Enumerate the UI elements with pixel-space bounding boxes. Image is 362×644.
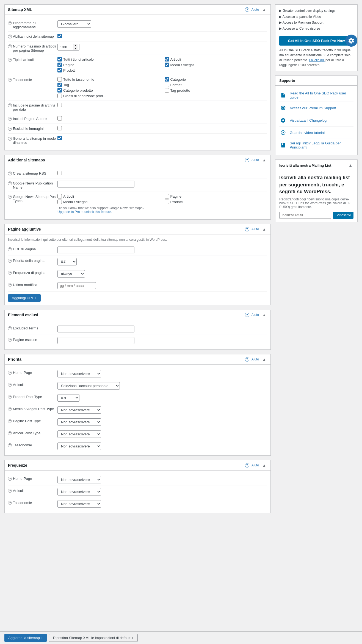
url-pagina-input[interactable]: [57, 247, 134, 253]
help-icon-p-prod[interactable]: ?: [8, 395, 12, 399]
help-icon-rss[interactable]: ?: [8, 172, 12, 175]
priorita-pagine-select[interactable]: Non sovrascrivere: [57, 418, 101, 426]
translation-link[interactable]: Fai clic qui: [309, 58, 325, 62]
help-icon-gn-types[interactable]: ?: [8, 195, 12, 199]
priorita-media-select[interactable]: Non sovrascrivere: [57, 406, 101, 414]
pagine-aggiuntive-help[interactable]: Aiuto: [252, 227, 259, 231]
tag-prodotto-checkbox[interactable]: [165, 88, 169, 93]
priorita-collapse[interactable]: ▲: [261, 357, 267, 362]
upgrade-pro-link[interactable]: Upgrade to Pro to unlock this feature.: [57, 210, 112, 214]
support-beginners[interactable]: Sei agli inizi? Leggi la Guida per Princ…: [279, 139, 353, 152]
pagine-aggiuntive-collapse[interactable]: ▲: [261, 226, 267, 232]
include-archivi-checkbox[interactable]: [57, 103, 62, 107]
support-changelog[interactable]: Visualizza il Changelog: [279, 114, 353, 127]
help-icon-autore[interactable]: ?: [8, 117, 12, 121]
checkbox-prodotti: Prodotti: [57, 68, 160, 72]
help-icon-priorita-pag[interactable]: ?: [8, 259, 12, 263]
help-icon-url[interactable]: ?: [8, 247, 12, 251]
help-icon-pag-escluse[interactable]: ?: [8, 338, 12, 342]
classi-checkbox[interactable]: [57, 94, 62, 98]
programma-aggiornamenti-select[interactable]: Giornaliero Orario Settimanale Mensile: [57, 20, 91, 28]
help-icon-excl-terms[interactable]: ?: [8, 326, 12, 330]
cat-prodotto-checkbox[interactable]: [57, 88, 62, 93]
mailing-collapse[interactable]: ▲: [347, 163, 353, 168]
help-icon-gn-name[interactable]: ?: [8, 181, 12, 185]
frequenza-pagina-label: ? Frequenza di pagina: [8, 270, 57, 275]
freq-homepage-select[interactable]: Non sovrascrivere: [57, 476, 101, 483]
priorita-articoli-select[interactable]: Seleziona l'account personale: [57, 382, 120, 390]
help-icon-p-hp[interactable]: ?: [8, 371, 12, 375]
elementi-esclusi-help[interactable]: Aiuto: [252, 313, 259, 317]
help-icon-tass[interactable]: ?: [8, 78, 12, 82]
help-icon-p-art-pt[interactable]: ?: [8, 431, 12, 435]
frequenze-collapse[interactable]: ▲: [261, 463, 267, 468]
help-icon-p-media[interactable]: ?: [8, 407, 12, 411]
tutte-tass-checkbox[interactable]: [57, 77, 62, 82]
priorita-help[interactable]: Aiuto: [252, 357, 259, 361]
help-icon-p-pag[interactable]: ?: [8, 419, 12, 423]
priorita-media-row: ? Media / Allegati Post Type Non sovrasc…: [8, 404, 267, 416]
priorita-header: Priorità ? Aiuto ▲: [5, 354, 270, 365]
supporto-body: Read the All In One SEO Pack user guide …: [275, 86, 357, 155]
help-icon-f-tass[interactable]: ?: [8, 501, 12, 505]
abilita-indici-checkbox[interactable]: [57, 34, 62, 38]
mailing-subscribe-btn[interactable]: Sottoscrivi: [333, 212, 353, 219]
help-icon-f-hp[interactable]: ?: [8, 477, 12, 481]
help-icon-numero[interactable]: ?: [8, 44, 12, 48]
numero-up-btn[interactable]: ▲: [73, 44, 78, 47]
help-icon-tipi[interactable]: ?: [8, 58, 12, 62]
freq-tass-select[interactable]: Non sovrascrivere: [57, 500, 101, 508]
tag-checkbox[interactable]: [57, 83, 62, 87]
help-icon-f-art[interactable]: ?: [8, 489, 12, 493]
priorita-homepage-select[interactable]: Non sovrascrivere: [57, 370, 101, 377]
priorita-pagina-select[interactable]: 0.00.10.20.3 0.40.50.60.7 0.80.91.0: [57, 258, 77, 265]
gn-media-checkbox[interactable]: [57, 200, 62, 204]
help-icon-p-art[interactable]: ?: [8, 383, 12, 387]
help-icon-immagini[interactable]: ?: [8, 127, 12, 131]
sitemap-xml-help[interactable]: Aiuto: [252, 8, 259, 12]
gn-prodotti-checkbox[interactable]: [165, 200, 169, 204]
prodotti-checkbox[interactable]: [57, 68, 62, 72]
pagine-escluse-input[interactable]: [57, 337, 134, 344]
priorita-articoli-pt-select[interactable]: Non sovrascrivere: [57, 430, 101, 438]
additional-sitemaps-help[interactable]: Aiuto: [252, 158, 259, 162]
formati-checkbox[interactable]: [165, 83, 169, 87]
numero-down-btn[interactable]: ▼: [73, 47, 78, 50]
help-icon-programma[interactable]: ?: [8, 21, 12, 25]
frequenze-help[interactable]: Aiuto: [252, 463, 259, 467]
genera-dinamico-checkbox[interactable]: [57, 136, 62, 140]
support-user-guide[interactable]: Read the All In One SEO Pack user guide: [279, 89, 353, 102]
help-icon-p-tass[interactable]: ?: [8, 443, 12, 447]
sitemap-xml-collapse[interactable]: ▲: [261, 7, 267, 12]
help-icon-ultima[interactable]: ?: [8, 283, 12, 287]
aggiungi-url-btn[interactable]: Aggiungi URL +: [8, 294, 41, 302]
priorita-tass-select[interactable]: Non sovrascrivere: [57, 443, 101, 450]
help-icon-dinamico[interactable]: ?: [8, 137, 12, 141]
additional-sitemaps-collapse[interactable]: ▲: [261, 157, 267, 163]
gn-articoli-checkbox[interactable]: [57, 194, 62, 198]
freq-articoli-select[interactable]: Non sovrascrivere: [57, 488, 101, 495]
mailing-email-input[interactable]: [279, 212, 331, 219]
includi-autore-checkbox[interactable]: [57, 116, 62, 121]
tutti-tipi-checkbox[interactable]: [57, 57, 62, 61]
escludi-immagini-checkbox[interactable]: [57, 126, 62, 130]
priorita-prodotti-select[interactable]: 0.9: [57, 394, 79, 402]
elementi-esclusi-collapse[interactable]: ▲: [261, 312, 267, 318]
categorie-checkbox[interactable]: [165, 77, 169, 82]
frequenza-pagina-select[interactable]: alwayshourlydaily weeklymonthlyyearlynev…: [57, 270, 85, 278]
pagine-checkbox[interactable]: [57, 63, 62, 67]
google-news-name-input[interactable]: [57, 181, 134, 187]
crea-sitemap-rss-checkbox[interactable]: [57, 171, 62, 175]
ultima-modifica-input[interactable]: [57, 282, 96, 289]
numero-massimo-input[interactable]: [58, 44, 73, 50]
help-icon-frequenza-pag[interactable]: ?: [8, 271, 12, 275]
help-icon-archivi[interactable]: ?: [8, 103, 12, 107]
articoli-checkbox[interactable]: [165, 57, 169, 61]
media-checkbox[interactable]: [165, 63, 169, 67]
excluded-terms-input[interactable]: [57, 326, 134, 332]
support-video[interactable]: Guarda i video tutorial: [279, 127, 353, 139]
help-icon-abilita[interactable]: ?: [8, 35, 12, 38]
support-premium[interactable]: Access our Premium Support: [279, 102, 353, 114]
gn-pagine-checkbox[interactable]: [165, 194, 169, 198]
pro-cta-button[interactable]: Get All In One SEO Pack Pro Now: [279, 36, 353, 46]
